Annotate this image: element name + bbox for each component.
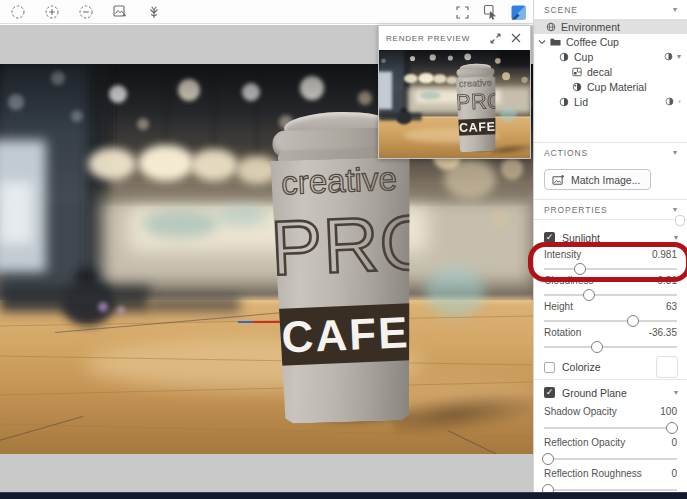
render-preview-header[interactable]: RENDER PREVIEW (379, 26, 530, 50)
shadow-opacity-slider[interactable] (544, 427, 677, 429)
marquee-add-icon[interactable] (43, 3, 60, 20)
caret-left-icon[interactable]: ‹ (678, 98, 681, 106)
sunlight-label: Sunlight (562, 232, 667, 244)
rotation-slider[interactable] (544, 346, 677, 348)
reflection-roughness-slider[interactable] (544, 489, 677, 491)
rotation-slider-group: Rotation -36.35 (534, 325, 687, 351)
caret-down-icon[interactable]: ▾ (677, 53, 681, 61)
scene-panel-title: SCENE (544, 5, 578, 15)
decal-line-cafe: CAFE (281, 307, 411, 362)
scene-item-coffee-cup[interactable]: Coffee Cup (534, 34, 687, 49)
cup-decal: creative PRO CAFE (267, 156, 420, 425)
app-window: creative PRO CAFE RENDER PREVIEW (0, 0, 687, 499)
render-pointer-icon[interactable] (482, 4, 499, 21)
decal-cafe-band: CAFE (271, 303, 419, 366)
sunlight-checkbox[interactable]: ✓ (544, 232, 555, 243)
reflection-roughness-label: Reflection Roughness (544, 468, 642, 480)
chevron-down-icon: ▾ (673, 6, 678, 14)
scene-item-label: Environment (561, 21, 620, 33)
chevron-down-icon: ▾ (674, 234, 678, 242)
decal-line-pro: PRO (455, 86, 497, 117)
scene-item-cup[interactable]: Cup ▾ (534, 49, 687, 64)
environment-plant-icon[interactable] (145, 3, 162, 20)
spacer (534, 113, 687, 142)
shadow-opacity-label: Shadow Opacity (544, 406, 617, 418)
actions-panel-title: ACTIONS (544, 148, 588, 158)
bottom-edge-bar (0, 492, 687, 499)
intensity-value[interactable]: 0.981 (652, 249, 677, 261)
main-toolbar (0, 0, 533, 24)
properties-panel-header[interactable]: PROPERTIES ▾ (534, 200, 687, 219)
coffee-cup-3d-model-preview: creative PRO CAFE (455, 63, 498, 152)
chevron-down-icon[interactable] (538, 37, 547, 46)
toolbar-left-group (0, 3, 162, 20)
cup-body: creative PRO CAFE (455, 76, 497, 152)
height-label: Height (544, 301, 573, 313)
cloudiness-value[interactable]: 0.31 (658, 275, 677, 287)
scene-item-lid[interactable]: Lid ‹ (534, 94, 687, 109)
properties-panel-title: PROPERTIES (544, 205, 608, 215)
model-sphere-icon (558, 51, 569, 62)
scene-item-cup-material[interactable]: Cup Material (534, 79, 687, 94)
environment-globe-icon (545, 21, 556, 32)
cloudiness-slider-group: Cloudiness 0.31 (534, 273, 687, 299)
reflection-opacity-slider[interactable] (544, 458, 677, 460)
colorize-color-swatch[interactable] (656, 356, 678, 378)
cup-body: creative PRO CAFE (269, 157, 418, 424)
colorize-checkbox[interactable] (544, 362, 555, 373)
scene-item-label: Cup Material (587, 81, 647, 93)
render-preview-window[interactable]: RENDER PREVIEW (378, 25, 531, 159)
fit-view-icon[interactable] (454, 4, 471, 21)
marquee-circle-icon[interactable] (9, 3, 26, 20)
intensity-label: Intensity (544, 249, 581, 261)
rotation-slider-knob[interactable] (591, 341, 603, 353)
decal-image-icon (571, 66, 582, 77)
shadow-opacity-value[interactable]: 100 (660, 406, 677, 418)
height-value[interactable]: 63 (666, 301, 677, 313)
preview-scene: creative PRO CAFE (379, 50, 530, 158)
scene-item-decal[interactable]: decal (534, 64, 687, 79)
reflection-opacity-slider-group: Reflection Opacity 0 (534, 433, 687, 464)
rotation-value[interactable]: -36.35 (649, 327, 677, 339)
rotation-label: Rotation (544, 327, 581, 339)
reflection-opacity-value[interactable]: 0 (671, 437, 677, 449)
ground-plane-checkbox[interactable]: ✓ (544, 387, 555, 398)
render-preview-title: RENDER PREVIEW (386, 34, 481, 43)
decal-line-cafe: CAFE (459, 119, 496, 135)
height-slider[interactable] (544, 320, 677, 322)
scene-panel-header[interactable]: SCENE ▾ (534, 0, 687, 19)
shadow-opacity-slider-group: Shadow Opacity 100 (534, 402, 687, 433)
intensity-slider[interactable] (544, 268, 677, 270)
intensity-slider-group: Intensity 0.981 (534, 247, 687, 273)
spacer (534, 220, 687, 228)
swap-background-image-icon[interactable] (111, 3, 128, 20)
render-preview-image: creative PRO CAFE (379, 50, 530, 158)
reflection-opacity-label: Reflection Opacity (544, 437, 625, 449)
toolbar-right-group (454, 0, 527, 24)
ground-plane-label: Ground Plane (562, 387, 667, 399)
z-axis-line (238, 321, 253, 323)
close-icon[interactable] (509, 31, 523, 45)
expand-diagonal-icon[interactable] (488, 31, 502, 45)
scene-item-label: decal (587, 66, 612, 78)
colorize-row[interactable]: Colorize (534, 355, 687, 379)
cloudiness-slider[interactable] (544, 294, 677, 296)
right-panel: SCENE ▾ Environment Coffee Cup (533, 0, 687, 492)
model-sphere-icon (558, 96, 569, 107)
sunlight-section-header[interactable]: ✓ Sunlight ▾ (534, 228, 687, 247)
actions-panel-header[interactable]: ACTIONS ▾ (534, 143, 687, 162)
reflection-roughness-value[interactable]: 0 (671, 468, 677, 480)
reflection-roughness-slider-group: Reflection Roughness 0 (534, 464, 687, 495)
marquee-subtract-icon[interactable] (77, 3, 94, 20)
match-image-button[interactable]: Match Image... (544, 169, 651, 190)
render-preview-toggle-icon[interactable] (510, 4, 527, 21)
scene-item-environment[interactable]: Environment (534, 19, 687, 34)
scene-item-label: Cup (574, 51, 593, 63)
match-image-label: Match Image... (571, 174, 640, 186)
ground-plane-section-header[interactable]: ✓ Ground Plane ▾ (534, 383, 687, 402)
material-sphere-icon[interactable] (664, 52, 673, 61)
scene-item-label: Lid (574, 96, 588, 108)
material-sphere-icon[interactable] (665, 97, 674, 106)
height-slider-group: Height 63 (534, 299, 687, 325)
decal-cafe-band: CAFE (456, 118, 498, 136)
